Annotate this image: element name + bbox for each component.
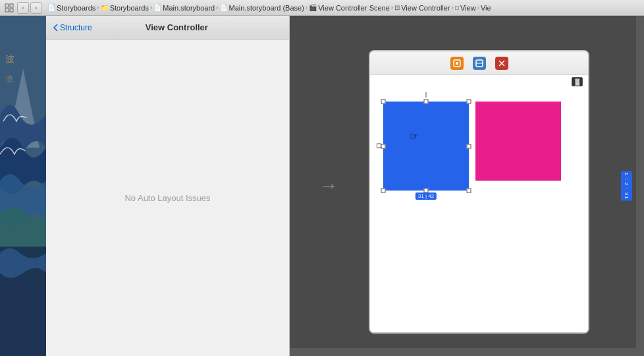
svg-rect-10 xyxy=(456,62,458,65)
phone-toolbar xyxy=(370,51,588,75)
right-ruler-badge: 1 : 2 : 31 xyxy=(621,171,632,200)
pink-view-square[interactable] xyxy=(475,102,561,181)
canvas-arrow: → xyxy=(319,175,338,196)
top-selection-handle xyxy=(426,92,427,98)
handle-mid-right[interactable] xyxy=(467,144,471,148)
battery-icon: ▓ xyxy=(572,77,583,86)
handle-top-left[interactable] xyxy=(381,100,386,104)
sep-3: › xyxy=(216,4,218,11)
folder-icon: 📁 xyxy=(101,4,109,11)
sep-1: › xyxy=(97,4,99,11)
blue-view-square[interactable]: ☞ 31 | 42 xyxy=(383,102,469,191)
sep-6: › xyxy=(452,4,454,11)
right-scrollbar[interactable] xyxy=(636,16,644,356)
nav-buttons: ‹ › xyxy=(17,2,42,14)
sep-2: › xyxy=(150,4,152,11)
breadcrumb-item-3[interactable]: 📄 Main.storyboard xyxy=(153,4,215,12)
artwork-panel: 波 浪 xyxy=(0,16,46,356)
cursor-hand-icon: ☞ xyxy=(410,131,419,142)
phone-toolbar-icon-red xyxy=(495,57,508,70)
inspector-header: Structure View Controller xyxy=(46,16,289,40)
toolbar: ‹ › 📄 Storyboards › 📁 Storyboards › 📄 Ma… xyxy=(0,0,644,16)
main-area: 波 浪 Structure View Controller No Auto La… xyxy=(0,16,644,356)
structure-back-button[interactable]: Structure xyxy=(53,23,92,32)
svg-rect-0 xyxy=(5,4,9,7)
handle-top-right[interactable] xyxy=(467,100,471,104)
handle-mid-left[interactable] xyxy=(381,144,386,148)
file-icon: 📄 xyxy=(47,4,55,11)
canvas-area[interactable]: → xyxy=(290,16,644,356)
svg-text:浪: 浪 xyxy=(5,74,13,84)
svg-rect-3 xyxy=(10,9,13,12)
vc-icon: ⊡ xyxy=(394,4,400,11)
inspector-title: View Controller xyxy=(146,22,208,32)
breadcrumb-item-4[interactable]: 📄 Main.storyboard (Base) xyxy=(220,4,304,12)
sep-7: › xyxy=(477,4,479,11)
phone-status-bar: ▓ xyxy=(370,75,588,88)
breadcrumb-item-8[interactable]: Vie xyxy=(481,4,491,12)
bottom-scrollbar[interactable] xyxy=(290,348,636,356)
handle-bot-left[interactable] xyxy=(381,189,386,193)
handle-top-center[interactable] xyxy=(424,100,429,104)
breadcrumb-item-6[interactable]: ⊡ View Controller xyxy=(394,4,450,12)
sep-4: › xyxy=(306,4,308,11)
breadcrumb-item-5[interactable]: 🎬 View Controller Scene xyxy=(309,4,390,12)
scene-icon: 🎬 xyxy=(309,4,317,11)
svg-rect-2 xyxy=(5,9,9,12)
inspector-panel: Structure View Controller No Auto Layout… xyxy=(46,16,290,356)
svg-rect-1 xyxy=(10,4,13,7)
phone-toolbar-icon-orange xyxy=(450,57,464,70)
view-icon: □ xyxy=(455,4,459,11)
sep-5: › xyxy=(391,4,393,11)
breadcrumb-item-2[interactable]: 📁 Storyboards xyxy=(101,4,149,12)
breadcrumb-item-1[interactable]: 📄 Storyboards xyxy=(47,4,95,12)
phone-toolbar-icon-blue xyxy=(473,57,486,70)
hokusai-image: 波 浪 xyxy=(0,16,46,356)
breadcrumb-item-7[interactable]: □ View xyxy=(455,4,476,12)
nav-forward-button[interactable]: › xyxy=(30,2,42,14)
measure-label: 31 | 42 xyxy=(416,193,437,200)
storyboard2-icon: 📄 xyxy=(220,4,228,11)
nav-back-button[interactable]: ‹ xyxy=(17,2,29,14)
handle-bot-right[interactable] xyxy=(467,189,471,193)
svg-text:波: 波 xyxy=(5,54,14,64)
inspector-body: No Auto Layout Issues xyxy=(46,40,289,356)
phone-mockup: ▓ ☞ xyxy=(369,50,589,334)
breadcrumb: 📄 Storyboards › 📁 Storyboards › 📄 Main.s… xyxy=(47,4,491,12)
phone-content[interactable]: ☞ 31 | 42 xyxy=(370,88,588,332)
storyboard-icon: 📄 xyxy=(153,4,161,11)
handle-left-outer[interactable] xyxy=(377,144,381,148)
no-issues-label: No Auto Layout Issues xyxy=(124,193,210,203)
grid-icon xyxy=(4,3,14,13)
